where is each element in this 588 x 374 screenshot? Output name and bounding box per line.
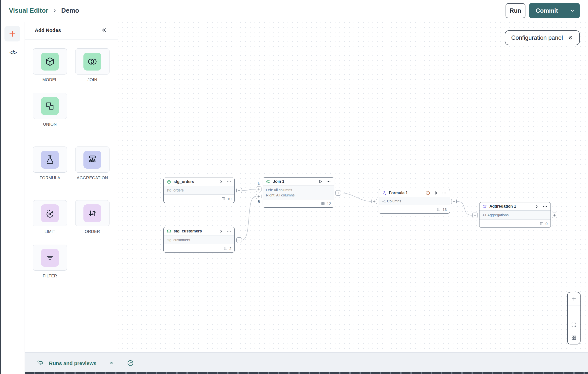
- configuration-panel-label: Configuration panel: [511, 34, 563, 41]
- play-icon[interactable]: [534, 204, 539, 209]
- breadcrumb-app-link[interactable]: Visual Editor: [9, 7, 48, 14]
- left-rail: </>: [1, 22, 25, 374]
- node-card-join[interactable]: JOIN: [75, 48, 110, 82]
- fit-view-button[interactable]: [568, 318, 580, 331]
- port-label-l: L: [258, 182, 260, 185]
- collapse-panel-button[interactable]: [101, 27, 107, 34]
- flask-icon: [45, 154, 55, 165]
- node-card-tile: [41, 204, 59, 222]
- slider-icon: [108, 359, 115, 367]
- node-card-aggregation[interactable]: AGGREGATION: [75, 147, 110, 180]
- cube-icon: [45, 56, 55, 67]
- cube-icon: [167, 180, 171, 184]
- node-card-box: [75, 48, 110, 75]
- topbar-actions: Run Commit: [506, 3, 580, 18]
- connector-port[interactable]: [236, 188, 242, 193]
- commit-button[interactable]: Commit: [529, 3, 565, 18]
- node-card-box: [33, 93, 67, 119]
- port-label-r: R: [258, 200, 260, 203]
- node-card-tile: [41, 97, 59, 115]
- canvas-node-stg-orders[interactable]: stg_ordersstg_orders10: [163, 178, 235, 203]
- zoom-in-button[interactable]: [568, 292, 580, 305]
- connector-port[interactable]: [472, 213, 478, 218]
- node-card-tile: [41, 53, 59, 71]
- node-header: stg_orders: [164, 178, 234, 186]
- plus-icon: [237, 238, 241, 242]
- columns-icon: [223, 246, 228, 251]
- canvas-node-aggregation-1[interactable]: Aggregation 1+1 Aggregations0: [479, 202, 551, 228]
- ellipsis-icon[interactable]: [442, 190, 447, 195]
- zoom-out-icon: [571, 309, 577, 315]
- edge: [457, 201, 472, 215]
- play-icon[interactable]: [434, 190, 439, 195]
- add-node-button[interactable]: [4, 26, 20, 41]
- play-icon[interactable]: [218, 229, 223, 234]
- runs-and-previews-label: Runs and previews: [49, 360, 96, 366]
- commit-dropdown-button[interactable]: [565, 3, 580, 18]
- ellipsis-icon[interactable]: [326, 179, 331, 184]
- node-body: +1 Aggregations: [479, 211, 551, 220]
- node-card-limit[interactable]: LIMIT: [33, 200, 67, 234]
- compass-button[interactable]: [127, 359, 134, 368]
- edge: [341, 193, 371, 201]
- connector-port[interactable]: [552, 213, 557, 218]
- connector-port[interactable]: [451, 199, 457, 204]
- node-title: Join 1: [273, 179, 284, 184]
- top-bar: Visual Editor Demo Run Commit: [1, 0, 588, 21]
- node-card-box: [33, 245, 67, 271]
- columns-icon: [437, 207, 441, 212]
- configuration-panel-button[interactable]: Configuration panel: [505, 30, 580, 45]
- canvas-node-stg-customers[interactable]: stg_customersstg_customers2: [163, 227, 235, 253]
- node-body-line: +1 Columns: [382, 199, 447, 203]
- connection-slider-button[interactable]: [108, 359, 115, 368]
- ellipsis-icon[interactable]: [543, 204, 548, 209]
- connector-port[interactable]: [236, 237, 242, 243]
- panel-title: Add Nodes: [35, 28, 61, 33]
- plus-icon: [8, 30, 17, 38]
- node-card-tile: [41, 249, 59, 267]
- node-card-filter[interactable]: FILTER: [33, 245, 67, 278]
- connector-port[interactable]: [371, 199, 377, 204]
- connector-port[interactable]: [256, 187, 261, 192]
- play-icon[interactable]: [218, 179, 223, 184]
- pipeline-canvas[interactable]: Configuration panel stg_ordersstg_orders…: [118, 22, 588, 352]
- runs-and-previews-toggle[interactable]: Runs and previews: [37, 360, 96, 367]
- run-button[interactable]: Run: [506, 3, 525, 18]
- node-body-line: +1 Aggregations: [482, 213, 548, 217]
- breadcrumb-page: Demo: [61, 7, 79, 14]
- sitemap-icon: [87, 154, 98, 165]
- canvas-node-formula-1[interactable]: Formula 1+1 Columns13: [379, 189, 450, 214]
- column-count: 12: [327, 201, 331, 206]
- column-count: 10: [227, 197, 231, 201]
- play-icon[interactable]: [318, 179, 323, 184]
- columns-icon: [221, 197, 225, 201]
- join-icon: [87, 56, 98, 67]
- connector-port[interactable]: [335, 190, 341, 196]
- card-grid: FORMULAAGGREGATION: [33, 147, 110, 180]
- node-footer: 12: [263, 199, 334, 207]
- node-card-formula[interactable]: FORMULA: [33, 147, 67, 180]
- zoom-out-button[interactable]: [568, 305, 580, 318]
- add-nodes-groups: MODELJOINUNIONFORMULAAGGREGATIONLIMITORD…: [33, 48, 118, 278]
- connector-port[interactable]: [256, 194, 261, 199]
- node-body: stg_orders: [164, 186, 234, 195]
- node-body-line: stg_customers: [167, 238, 231, 242]
- node-footer: 2: [164, 244, 234, 252]
- ellipsis-icon[interactable]: [226, 229, 231, 234]
- sitemap-icon: [482, 204, 487, 209]
- node-card-box: [33, 48, 67, 75]
- minimap-button[interactable]: [568, 331, 580, 344]
- node-card-label: MODEL: [42, 77, 58, 82]
- plus-icon: [257, 187, 260, 191]
- node-card-box: [75, 147, 110, 173]
- node-card-union[interactable]: UNION: [33, 93, 67, 127]
- node-card-model[interactable]: MODEL: [33, 48, 67, 82]
- union-icon: [45, 101, 55, 111]
- column-count: 0: [546, 222, 548, 226]
- code-view-button[interactable]: </>: [1, 48, 25, 57]
- node-card-order[interactable]: ORDER: [75, 200, 110, 234]
- ellipsis-icon[interactable]: [226, 179, 231, 184]
- node-title: stg_customers: [174, 229, 202, 233]
- canvas-node-join-1[interactable]: Join 1Left: All columnsRight: All column…: [263, 177, 334, 208]
- plus-icon: [553, 214, 556, 217]
